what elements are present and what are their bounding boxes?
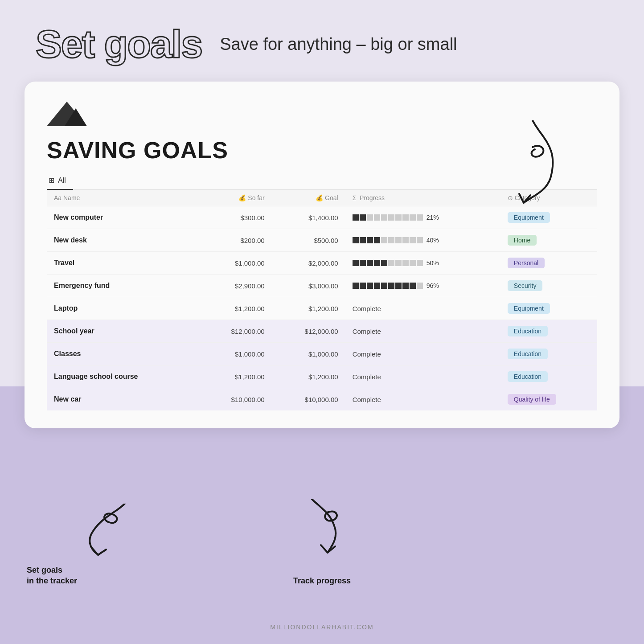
progress-complete: Complete (353, 305, 381, 312)
table-row: New desk$200.00$500.0040%Home (47, 229, 597, 252)
progress-block (374, 237, 380, 243)
row-progress: Complete (345, 365, 500, 388)
progress-block (367, 214, 373, 221)
progress-block (402, 283, 409, 289)
progress-complete: Complete (353, 350, 381, 358)
row-category: Personal (500, 252, 597, 275)
row-sofar: $1,000.00 (198, 343, 272, 365)
annotation-bottom-left: Set goalsin the tracker (27, 565, 77, 586)
row-name: New desk (47, 229, 198, 252)
row-progress: 96% (345, 275, 500, 297)
tab-all[interactable]: ⊞ All (47, 172, 73, 190)
progress-block (367, 283, 373, 289)
row-name: Laptop (47, 297, 198, 320)
row-category: Equipment (500, 297, 597, 320)
progress-percent: 40% (427, 237, 439, 244)
tab-all-label: All (58, 176, 66, 185)
category-badge: Equipment (508, 212, 550, 223)
category-badge: Education (508, 326, 548, 336)
category-badge: Security (508, 280, 543, 291)
footer: MILLIONDOLLARHABIT.COM (270, 623, 373, 631)
row-category: Quality of life (500, 388, 597, 411)
row-progress: Complete (345, 388, 500, 411)
row-category: Education (500, 365, 597, 388)
progress-block (374, 260, 380, 266)
table-row: Travel$1,000.00$2,000.0050%Personal (47, 252, 597, 275)
row-goal: $1,200.00 (272, 365, 345, 388)
progress-percent: 96% (427, 282, 439, 289)
progress-block (374, 214, 380, 221)
progress-block (353, 214, 359, 221)
row-category: Home (500, 229, 597, 252)
progress-block (367, 237, 373, 243)
row-progress: 50% (345, 252, 500, 275)
footer-text: MILLIONDOLLARHABIT.COM (270, 623, 373, 631)
progress-block (402, 214, 409, 221)
progress-block (388, 283, 394, 289)
goals-table-element: Aa Name 💰 So far 💰 Goal Σ Progress ⊙ Cat… (47, 190, 597, 410)
arrow-top-right-icon (497, 120, 568, 209)
annotation-bottom-center: Track progress (293, 576, 351, 586)
progress-block (388, 237, 394, 243)
row-goal: $2,000.00 (272, 252, 345, 275)
progress-block (410, 260, 416, 266)
row-name: Emergency fund (47, 275, 198, 297)
progress-block (417, 214, 423, 221)
table-row: Laptop$1,200.00$1,200.00CompleteEquipmen… (47, 297, 597, 320)
row-category: Education (500, 320, 597, 343)
arrow-bottom-center-icon (294, 499, 361, 562)
tab-grid-icon: ⊞ (49, 176, 54, 185)
progress-block (395, 214, 402, 221)
table-row: Classes$1,000.00$1,000.00CompleteEducati… (47, 343, 597, 365)
row-progress: 40% (345, 229, 500, 252)
main-title: Set goals (36, 25, 202, 64)
row-sofar: $12,000.00 (198, 320, 272, 343)
row-progress: Complete (345, 320, 500, 343)
col-goal: 💰 Goal (272, 190, 345, 206)
progress-complete: Complete (353, 373, 381, 381)
table-row: School year$12,000.00$12,000.00CompleteE… (47, 320, 597, 343)
progress-block (360, 214, 366, 221)
progress-block (395, 283, 402, 289)
col-name: Aa Name (47, 190, 198, 206)
row-sofar: $300.00 (198, 206, 272, 229)
category-badge: Equipment (508, 303, 550, 314)
table-body: New computer$300.00$1,400.0021%Equipment… (47, 206, 597, 411)
table-row: Language school course$1,200.00$1,200.00… (47, 365, 597, 388)
row-goal: $1,000.00 (272, 343, 345, 365)
progress-block (395, 237, 402, 243)
category-badge: Quality of life (508, 394, 556, 405)
row-goal: $500.00 (272, 229, 345, 252)
main-subtitle: Save for anything – big or small (220, 35, 457, 54)
header: Set goals Save for anything – big or sma… (0, 0, 644, 77)
row-goal: $12,000.00 (272, 320, 345, 343)
progress-block (360, 237, 366, 243)
arrow-bottom-left-icon (80, 504, 147, 562)
category-badge: Home (508, 235, 537, 246)
progress-block (360, 283, 366, 289)
progress-block (388, 260, 394, 266)
category-badge: Personal (508, 258, 545, 268)
row-category: Equipment (500, 206, 597, 229)
progress-block (388, 214, 394, 221)
row-sofar: $10,000.00 (198, 388, 272, 411)
col-sofar: 💰 So far (198, 190, 272, 206)
row-progress: 21% (345, 206, 500, 229)
progress-block (353, 260, 359, 266)
row-category: Security (500, 275, 597, 297)
goals-table: Aa Name 💰 So far 💰 Goal Σ Progress ⊙ Cat… (47, 190, 597, 410)
progress-block (381, 214, 387, 221)
row-progress: Complete (345, 343, 500, 365)
progress-block (410, 214, 416, 221)
row-goal: $3,000.00 (272, 275, 345, 297)
progress-complete: Complete (353, 396, 381, 403)
progress-block (410, 237, 416, 243)
row-name: School year (47, 320, 198, 343)
row-sofar: $1,200.00 (198, 297, 272, 320)
progress-block (381, 260, 387, 266)
row-name: New computer (47, 206, 198, 229)
progress-block (395, 260, 402, 266)
progress-block (367, 260, 373, 266)
progress-block (410, 283, 416, 289)
row-goal: $10,000.00 (272, 388, 345, 411)
